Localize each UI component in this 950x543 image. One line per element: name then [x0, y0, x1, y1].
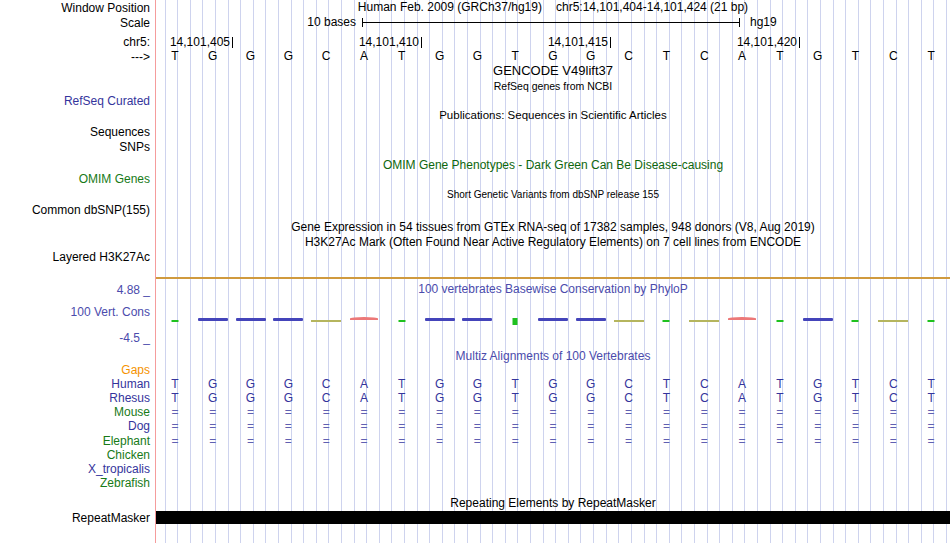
- track-label-snps[interactable]: SNPs: [119, 141, 150, 153]
- alignment-cell: =: [232, 435, 270, 447]
- alignment-cell: =: [685, 435, 723, 447]
- alignment-cell: =: [307, 420, 345, 432]
- alignment-cell: =: [496, 406, 534, 418]
- alignment-cell: C: [610, 378, 648, 390]
- alignment-cell: =: [269, 435, 307, 447]
- alignment-cell: =: [912, 420, 950, 432]
- alignment-cell: G: [269, 378, 307, 390]
- alignment-cell: C: [307, 378, 345, 390]
- alignment-cell: =: [458, 435, 496, 447]
- alignment-cell: =: [723, 406, 761, 418]
- alignment-cell: =: [799, 435, 837, 447]
- alignment-cell: =: [307, 406, 345, 418]
- alignment-cell: =: [685, 420, 723, 432]
- track-label-common-dbsnp[interactable]: Common dbSNP(155): [32, 204, 150, 216]
- alignment-cell: T: [837, 392, 875, 404]
- species-label-mouse[interactable]: Mouse: [114, 406, 150, 418]
- species-label-elephant[interactable]: Elephant: [103, 435, 150, 447]
- alignment-cell: =: [194, 406, 232, 418]
- genome-browser: Human Feb. 2009 (GRCh37/hg19)chr5:14,101…: [0, 0, 950, 543]
- alignment-cell: T: [912, 392, 950, 404]
- alignment-cell: C: [874, 378, 912, 390]
- alignment-cell: =: [874, 406, 912, 418]
- alignment-cell: =: [761, 435, 799, 447]
- alignment-cell: G: [458, 378, 496, 390]
- row-label-scale: Scale: [120, 17, 150, 29]
- alignment-cell: G: [232, 378, 270, 390]
- alignment-cell: C: [685, 378, 723, 390]
- alignment-grid: TGGGCATGGTGGCTCATGTCTTGGGCATGGTGGCTCATGT…: [156, 0, 950, 543]
- alignment-cell: =: [496, 420, 534, 432]
- alignment-cell: =: [534, 406, 572, 418]
- alignment-cell: =: [232, 406, 270, 418]
- alignment-cell: T: [383, 392, 421, 404]
- alignment-cell: =: [837, 420, 875, 432]
- alignment-cell: =: [799, 406, 837, 418]
- alignment-cell: T: [837, 378, 875, 390]
- species-label-human[interactable]: Human: [111, 378, 150, 390]
- track-label-repeatmasker[interactable]: RepeatMasker: [72, 512, 150, 524]
- alignment-cell: =: [912, 435, 950, 447]
- alignment-cell: =: [761, 420, 799, 432]
- alignment-cell: =: [194, 435, 232, 447]
- alignment-cell: C: [685, 392, 723, 404]
- alignment-cell: =: [232, 420, 270, 432]
- alignment-cell: =: [421, 420, 459, 432]
- alignment-cell: =: [912, 406, 950, 418]
- alignment-cell: G: [799, 392, 837, 404]
- alignment-cell: G: [421, 392, 459, 404]
- species-label-gaps[interactable]: Gaps: [121, 364, 150, 376]
- alignment-cell: =: [269, 406, 307, 418]
- alignment-cell: =: [874, 420, 912, 432]
- alignment-cell: =: [307, 435, 345, 447]
- alignment-cell: A: [723, 392, 761, 404]
- track-label-layered-h3k27ac[interactable]: Layered H3K27Ac: [53, 251, 150, 263]
- alignment-cell: =: [723, 420, 761, 432]
- alignment-cell: =: [383, 420, 421, 432]
- alignment-cell: =: [458, 420, 496, 432]
- alignment-cell: =: [610, 406, 648, 418]
- species-label-chicken[interactable]: Chicken: [107, 449, 150, 461]
- alignment-cell: =: [383, 406, 421, 418]
- alignment-cell: =: [799, 420, 837, 432]
- alignment-cell: T: [648, 392, 686, 404]
- alignment-cell: =: [874, 435, 912, 447]
- alignment-cell: =: [156, 406, 194, 418]
- species-label-dog[interactable]: Dog: [128, 420, 150, 432]
- left-label-column: Window PositionScalechr5:--->RefSeq Cura…: [0, 0, 152, 543]
- alignment-cell: =: [496, 435, 534, 447]
- alignment-cell: =: [421, 435, 459, 447]
- alignment-cell: A: [345, 392, 383, 404]
- row-label-chrom: chr5:: [123, 36, 150, 48]
- alignment-cell: =: [648, 406, 686, 418]
- alignment-cell: A: [345, 378, 383, 390]
- alignment-cell: T: [761, 378, 799, 390]
- alignment-cell: =: [383, 435, 421, 447]
- species-label-x_tropicalis[interactable]: X_tropicalis: [88, 463, 150, 475]
- alignment-cell: G: [572, 378, 610, 390]
- repeatmasker-element-bar[interactable]: [156, 511, 950, 524]
- alignment-cell: =: [458, 406, 496, 418]
- track-label-omim-genes[interactable]: OMIM Genes: [79, 173, 150, 185]
- track-label-100-vert-cons[interactable]: 100 Vert. Cons: [71, 306, 150, 318]
- conservation-min-value: -4.5 _: [119, 332, 150, 344]
- alignment-cell: G: [269, 392, 307, 404]
- alignment-cell: T: [912, 378, 950, 390]
- alignment-cell: =: [572, 435, 610, 447]
- alignment-cell: =: [345, 406, 383, 418]
- alignment-cell: G: [232, 392, 270, 404]
- alignment-cell: T: [496, 378, 534, 390]
- alignment-cell: =: [156, 435, 194, 447]
- conservation-max-value: 4.88 _: [117, 284, 150, 296]
- track-label-refseq-curated[interactable]: RefSeq Curated: [64, 95, 150, 107]
- alignment-cell: =: [610, 435, 648, 447]
- alignment-cell: G: [458, 392, 496, 404]
- alignment-cell: =: [534, 420, 572, 432]
- track-label-sequences[interactable]: Sequences: [90, 126, 150, 138]
- species-label-rhesus[interactable]: Rhesus: [109, 392, 150, 404]
- alignment-cell: =: [837, 406, 875, 418]
- species-label-zebrafish[interactable]: Zebrafish: [100, 477, 150, 489]
- alignment-cell: =: [648, 420, 686, 432]
- alignment-cell: T: [648, 378, 686, 390]
- alignment-cell: =: [156, 420, 194, 432]
